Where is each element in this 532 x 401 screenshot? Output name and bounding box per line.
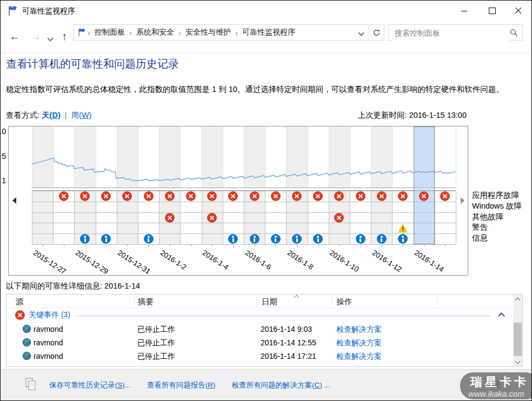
chart-scroll-left-icon[interactable] [12,197,16,204]
grid-line [53,191,54,244]
last-update-time: 上次更新时间: 2016-1-15 13:00 [358,110,467,121]
grid-line [96,191,96,244]
grid-line [350,191,350,244]
save-history-link[interactable]: 保存可靠性历史记录(S)... [49,380,131,390]
error-icon [207,191,217,201]
footer-links: 保存可靠性历史记录(S)... 查看所有问题报告(R) 检查所有问题的解决方案(… [49,380,330,390]
check-all-solutions-link[interactable]: 检查所有问题的解决方案(C) ... [232,380,330,390]
check-solution-link[interactable]: 检查解决方案 [336,352,382,362]
table-row[interactable]: ravmond 已停止工作 2016-1-14 12:55 检查解决方案 [6,336,513,350]
breadcrumb-reliability-monitor[interactable]: 可靠性监视程序 [239,28,298,37]
x-axis-tick [85,244,85,246]
up-button[interactable]: ↑ [62,29,67,44]
info-icon [377,234,387,244]
history-dropdown[interactable] [48,34,52,42]
x-axis-tick [127,244,128,246]
grid-line [32,244,456,245]
search-box[interactable] [388,24,523,41]
event-source: ravmond [34,325,63,333]
chart-scroll-right-icon[interactable] [461,197,464,204]
breadcrumb-control-panel[interactable]: 控制面板 [91,28,128,37]
chart-row-legend: 应用程序故障 Windows 故障 其他故障 警告 信息 [472,190,522,244]
check-solution-link[interactable]: 检查解决方案 [336,338,382,348]
breadcrumb[interactable]: › 控制面板 › 系统和安全 › 安全性与维护 › 可靠性监视程序 [73,24,384,41]
address-dropdown[interactable] [354,28,369,37]
scroll-down-icon[interactable] [513,357,522,366]
minimize-icon [461,11,467,11]
table-row[interactable]: ravmond 已停止工作 2016-1-14 17:21 检查解决方案 [6,350,513,363]
view-all-reports-link[interactable]: 查看所有问题报告(R) [147,380,216,390]
collapse-group-icon[interactable] [498,312,505,319]
reliability-monitor-window: 可靠性监视程序 ← → ↑ › 控制面板 › 系统和安全 › 安全性与维护 › … [0,0,532,401]
table-scrollbar[interactable] [513,295,522,366]
event-date: 2016-1-14 17:21 [261,352,316,360]
x-axis-label: 2016-1-6 [243,249,272,271]
group-divider-line [77,316,491,316]
sort-ascending-icon[interactable] [294,295,300,300]
x-axis-tick [424,244,424,246]
title-bar: 可靠性监视程序 [1,1,531,21]
scroll-up-icon[interactable] [513,295,522,304]
error-icon [80,191,90,201]
window-title: 可靠性监视程序 [22,6,75,16]
ok-button[interactable]: 确定 [478,378,510,390]
info-icon [292,234,302,244]
forward-button[interactable]: → [30,29,41,44]
x-axis-label: 2016-1-2 [159,249,188,271]
footer-command-bar: 保存可靠性历史记录(S)... 查看所有问题报告(R) 检查所有问题的解决方案(… [1,369,531,400]
close-button[interactable] [506,1,530,21]
critical-events-group-row[interactable]: 关键事件 (3) [6,309,513,322]
view-by-days-link[interactable]: 天(D) [42,111,61,119]
grid-line [308,191,308,244]
x-axis-label: 2015-12-31 [116,249,152,276]
x-axis-tick [212,244,212,246]
maximize-button[interactable] [480,1,504,21]
scrollbar-thumb[interactable] [514,323,522,356]
legend-warnings: 警告 [472,222,522,233]
x-axis-label: 2016-1-4 [201,249,230,271]
column-header-summary[interactable]: 摘要 [138,297,154,307]
info-icon [144,234,154,244]
column-header-source[interactable]: 源 [16,297,24,307]
x-axis-tick [297,244,297,246]
ravmond-app-icon [22,338,31,347]
event-summary: 已停止工作 [137,325,175,335]
maximize-icon [489,8,496,14]
reliability-flag-icon [77,28,87,37]
grid-line [32,191,456,191]
view-by-weeks-link[interactable]: 周(W) [71,111,92,119]
x-axis-label: 2016-1-14 [413,249,445,273]
info-icon [101,234,111,244]
back-button[interactable]: ← [9,29,20,44]
grid-line [392,191,393,244]
error-icon [186,191,196,201]
x-axis-tick [361,244,361,246]
view-mode-divider: | [63,111,69,119]
event-date: 2016-1-14 12:55 [261,338,316,347]
column-header-date[interactable]: 日期 [262,297,277,307]
error-icon [122,191,132,201]
breadcrumb-system-security[interactable]: 系统和安全 [133,28,177,37]
grid-line [32,223,456,223]
save-report-icon [24,377,37,391]
details-section-title: 以下期间的可靠性详细信息: 2016-1-14 [6,281,140,291]
table-row[interactable]: ravmond 已停止工作 2016-1-14 9:03 检查解决方案 [6,323,513,336]
column-header-action[interactable]: 操作 [336,297,352,307]
ravmond-app-icon [22,324,31,333]
refresh-button[interactable] [369,25,384,40]
chart-plot-area[interactable]: 2015-12-272015-12-292015-12-312016-1-220… [32,126,456,276]
y-axis-tick-10: 10 [0,127,6,136]
check-solution-link[interactable]: 检查解决方案 [336,325,382,335]
breadcrumb-security-maintenance[interactable]: 安全性与维护 [182,28,234,37]
x-axis-tick [276,244,276,246]
page-title: 查看计算机的可靠性和问题历史记录 [6,57,179,71]
error-icon [101,191,111,201]
info-icon [80,234,90,244]
minimize-button[interactable] [451,1,476,21]
grid-line [138,191,138,244]
search-input[interactable] [394,25,509,41]
search-icon[interactable] [510,29,518,37]
error-icon [334,191,344,201]
error-icon [377,191,387,201]
group-count: (3) [61,310,70,319]
